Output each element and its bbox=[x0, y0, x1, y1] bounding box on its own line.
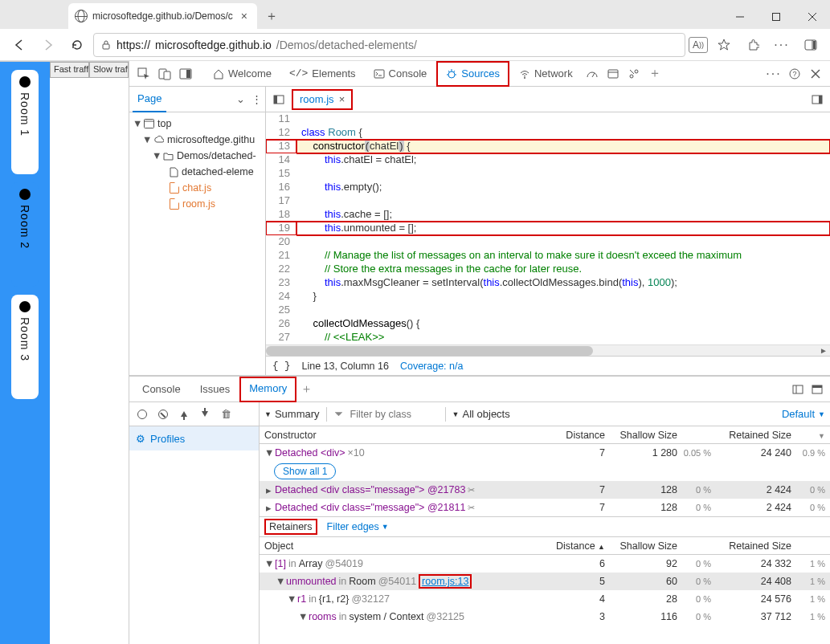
file-tree[interactable]: ▼top ▼microsoftedge.githu ▼Demos/detache… bbox=[129, 112, 265, 215]
drawer-dock-button[interactable] bbox=[788, 380, 808, 399]
editor-tab-room-js[interactable]: room.js × bbox=[292, 89, 353, 110]
tree-origin[interactable]: ▼microsoftedge.githu bbox=[129, 132, 265, 148]
delete-button[interactable]: 🗑 bbox=[216, 405, 235, 424]
filter-input[interactable] bbox=[350, 409, 439, 420]
code-line[interactable]: 27 // <<LEAK>> bbox=[266, 331, 830, 344]
code-line[interactable]: 11 bbox=[266, 112, 830, 126]
maximize-button[interactable] bbox=[758, 5, 794, 29]
device-emulation-button[interactable] bbox=[155, 64, 174, 84]
code-line[interactable]: 23 this.maxMsgCleaner = setInterval(this… bbox=[266, 276, 830, 290]
tab-sources[interactable]: Sources bbox=[436, 61, 509, 87]
clear-button[interactable] bbox=[153, 405, 173, 424]
settings-menu-button[interactable]: ··· bbox=[764, 64, 783, 84]
col-retained-ret[interactable]: Retained Size bbox=[716, 540, 796, 552]
new-tab-button[interactable]: ＋ bbox=[260, 5, 283, 27]
heap-snapshot-table[interactable]: Constructor Distance Shallow Size Retain… bbox=[260, 426, 830, 644]
code-area[interactable]: 1112class Room {13 constructor(chatEl) {… bbox=[266, 112, 830, 344]
retainer-row[interactable]: ▼unmounted in Room @54011 room.js:135600… bbox=[260, 573, 830, 590]
sort-dropdown[interactable]: Default▼ bbox=[782, 408, 825, 420]
code-line[interactable]: 17 bbox=[266, 194, 830, 208]
add-drawer-tab-button[interactable]: ＋ bbox=[296, 380, 316, 399]
forward-button[interactable] bbox=[35, 32, 61, 58]
col-shallow[interactable]: Shallow Size bbox=[610, 430, 682, 441]
inspect-element-button[interactable] bbox=[134, 64, 153, 84]
tree-top[interactable]: ▼top bbox=[129, 116, 265, 132]
toggle-navigator-button[interactable] bbox=[269, 90, 288, 109]
code-line[interactable]: 12class Room { bbox=[266, 126, 830, 140]
refresh-button[interactable] bbox=[64, 32, 90, 58]
sidebar-button[interactable] bbox=[798, 32, 824, 58]
retainer-row[interactable]: ▼rooms in system / Context @3212531160 %… bbox=[260, 608, 830, 626]
retainer-row[interactable]: ▼[1] in Array @540196920 %24 3321 % bbox=[260, 555, 830, 573]
col-distance[interactable]: Distance bbox=[554, 430, 610, 441]
load-button[interactable] bbox=[174, 405, 194, 424]
code-line[interactable]: 19 this.unmounted = []; bbox=[266, 222, 830, 235]
tab-performance[interactable] bbox=[583, 64, 602, 84]
heap-row[interactable]: ▸Detached <div class="message"> @21783 ✂… bbox=[260, 481, 830, 499]
drawer-tab-console[interactable]: Console bbox=[133, 377, 190, 402]
tab-application[interactable] bbox=[603, 64, 623, 84]
horizontal-scrollbar[interactable]: ◄► bbox=[266, 344, 830, 356]
tree-file-room-js[interactable]: room.js bbox=[129, 196, 265, 212]
drawer-tab-memory[interactable]: Memory bbox=[239, 377, 296, 402]
tab-close-button[interactable]: × bbox=[238, 10, 251, 22]
url-field[interactable]: https://microsoftedge.github.io/Demos/de… bbox=[93, 33, 685, 57]
code-line[interactable]: 16 this.empty(); bbox=[266, 181, 830, 194]
help-button[interactable]: ? bbox=[785, 64, 804, 84]
col-distance-ret[interactable]: Distance ▲ bbox=[554, 540, 610, 552]
tab-welcome[interactable]: Welcome bbox=[205, 61, 280, 87]
slow-traffic-button[interactable]: Slow traffic bbox=[89, 62, 129, 78]
code-line[interactable]: 25 bbox=[266, 304, 830, 317]
room-button-1[interactable]: Room 1 bbox=[11, 70, 39, 174]
code-line[interactable]: 22 // Store the extra messages in the ca… bbox=[266, 263, 830, 276]
fast-traffic-button[interactable]: Fast traffic bbox=[50, 62, 89, 78]
drawer-tab-issues[interactable]: Issues bbox=[190, 377, 240, 402]
tree-file-html[interactable]: detached-eleme bbox=[129, 164, 265, 180]
view-dropdown[interactable]: ▼Summary bbox=[264, 408, 320, 420]
heap-row[interactable]: ▼Detached <div> ×1071 2800.05 %24 2400.9… bbox=[260, 444, 830, 462]
navigator-more-button[interactable]: ⋮ bbox=[251, 90, 262, 109]
extensions-button[interactable] bbox=[740, 32, 766, 58]
profiles-item[interactable]: ⚙ Profiles bbox=[129, 426, 259, 450]
close-devtools-button[interactable] bbox=[806, 64, 825, 84]
toggle-debugger-button[interactable] bbox=[808, 90, 827, 109]
heap-table-header[interactable]: Constructor Distance Shallow Size Retain… bbox=[260, 426, 830, 444]
read-aloud-button[interactable]: A)) bbox=[689, 37, 708, 53]
tree-file-chat-js[interactable]: chat.js bbox=[129, 180, 265, 196]
code-line[interactable]: 13 constructor(chatEl) { bbox=[266, 140, 830, 153]
back-button[interactable] bbox=[6, 32, 32, 58]
source-link[interactable]: room.js:13 bbox=[419, 574, 472, 589]
code-line[interactable]: 14 this.chatEl = chatEl; bbox=[266, 153, 830, 167]
tab-more[interactable] bbox=[624, 64, 644, 84]
coverage-link[interactable]: Coverage: n/a bbox=[400, 361, 464, 372]
braces-icon[interactable]: { } bbox=[272, 361, 291, 372]
save-button[interactable] bbox=[195, 405, 215, 424]
menu-button[interactable]: ··· bbox=[769, 32, 795, 58]
room-button-3[interactable]: Room 3 bbox=[11, 295, 39, 399]
dock-side-button[interactable] bbox=[176, 64, 195, 84]
retainer-row[interactable]: ▼r1 in {r1, r2} @321274280 %24 5761 % bbox=[260, 590, 830, 608]
favorite-button[interactable] bbox=[711, 32, 737, 58]
scope-dropdown[interactable]: ▼All objects bbox=[452, 408, 510, 420]
room-button-2[interactable]: Room 2 bbox=[11, 182, 39, 287]
col-retained[interactable]: Retained Size bbox=[716, 430, 796, 441]
col-shallow-ret[interactable]: Shallow Size bbox=[610, 540, 682, 552]
code-line[interactable]: 15 bbox=[266, 167, 830, 181]
code-line[interactable]: 18 this.cache = []; bbox=[266, 208, 830, 222]
tree-folder[interactable]: ▼Demos/detached- bbox=[129, 148, 265, 164]
col-object[interactable]: Object bbox=[260, 540, 554, 552]
chevron-down-icon[interactable]: ⌄ bbox=[233, 90, 247, 109]
tab-elements[interactable]: </>Elements bbox=[281, 61, 364, 87]
add-tab-button[interactable]: ＋ bbox=[645, 64, 664, 84]
col-constructor[interactable]: Constructor bbox=[260, 430, 554, 441]
tab-console[interactable]: Console bbox=[366, 61, 435, 87]
record-button[interactable] bbox=[133, 405, 152, 424]
navigator-page-tab[interactable]: Page bbox=[133, 87, 166, 112]
code-line[interactable]: 26 collectOldMessages() { bbox=[266, 317, 830, 331]
retainers-header[interactable]: Object Distance ▲ Shallow Size Retained … bbox=[260, 537, 830, 555]
tab-network[interactable]: Network bbox=[511, 61, 581, 87]
show-all-button[interactable]: Show all 1 bbox=[274, 463, 336, 479]
minimize-button[interactable] bbox=[722, 5, 758, 29]
browser-tab[interactable]: microsoftedge.github.io/Demos/c × bbox=[68, 3, 257, 29]
code-line[interactable]: 20 bbox=[266, 235, 830, 249]
